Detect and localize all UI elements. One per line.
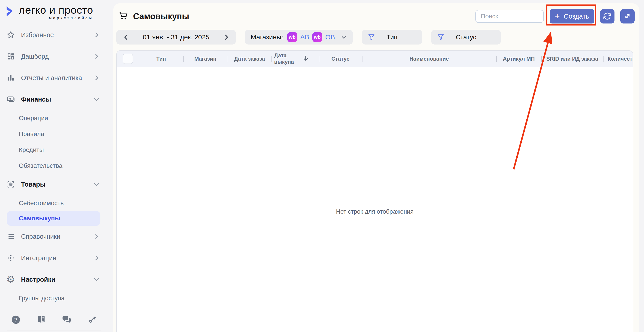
sidebar-item-directories[interactable]: Справочники (0, 226, 108, 247)
sidebar-subitem-label: Себестоимость (19, 200, 64, 207)
create-button[interactable]: + Создать (550, 9, 594, 24)
shop-code: АВ (300, 33, 309, 41)
docs-button[interactable] (36, 314, 46, 325)
sidebar-item-label: Справочники (21, 233, 60, 240)
search-input[interactable] (476, 10, 544, 23)
main-panel: Самовыкупы + Создать (113, 3, 639, 332)
sidebar-item-credits[interactable]: Кредиты (0, 142, 108, 158)
sidebar-item-finance[interactable]: Финансы (0, 89, 108, 110)
chevron-right-icon (93, 233, 100, 240)
status-filter[interactable]: Статус (431, 30, 501, 45)
bar-chart-icon (6, 73, 15, 82)
sidebar-subitem-label: Операции (19, 115, 48, 122)
funnel-icon (437, 33, 444, 41)
sidebar-menu: Избранное Дашборд Отчеты и аналитика (0, 24, 108, 332)
shops-filter-label: Магазины: (251, 33, 283, 41)
column-header-status[interactable]: Статус (319, 51, 362, 67)
cart-icon (119, 11, 128, 22)
column-header-article[interactable]: Артикул МП (496, 51, 541, 67)
refresh-button[interactable] (600, 9, 614, 24)
chevron-right-icon (93, 75, 100, 81)
chevron-right-icon (93, 32, 100, 38)
wb-marketplace-badge: wb (287, 32, 297, 42)
chevron-left-icon[interactable] (121, 32, 131, 42)
sidebar-item-rules[interactable]: Правила (0, 126, 108, 142)
date-range-picker[interactable]: 01 янв. - 31 дек. 2025 (116, 30, 236, 45)
filter-bar: 01 янв. - 31 дек. 2025 Магазины: wb АВ w… (116, 30, 639, 45)
app-logo[interactable]: легко и просто маркетплейсы (0, 0, 108, 24)
list-icon (6, 232, 15, 241)
sidebar-subitem-label: Правила (19, 130, 44, 138)
column-header-label: Дата выкупа (274, 52, 299, 65)
sidebar-subitem-label: Обязательства (19, 162, 62, 169)
sidebar: легко и просто маркетплейсы Избранное Да… (0, 0, 108, 332)
sidebar-item-label: Настройки (21, 276, 55, 283)
shops-filter[interactable]: Магазины: wb АВ wb ОВ (245, 30, 353, 45)
sidebar-item-cost-price[interactable]: Себестоимость (0, 195, 108, 211)
table-body: Нет строк для отображения (117, 67, 633, 332)
chevron-right-icon (93, 255, 100, 261)
page-title: Самовыкупы (133, 12, 189, 21)
sidebar-item-label: Товары (21, 181, 46, 188)
column-header-order-date[interactable]: Дата заказа (228, 51, 272, 67)
chevron-down-icon (340, 34, 347, 41)
type-filter[interactable]: Тип (362, 30, 422, 45)
box-icon (6, 180, 15, 189)
app-root: легко и просто маркетплейсы Избранное Да… (0, 0, 644, 332)
column-header-buyout-date[interactable]: Дата выкупа (272, 51, 319, 67)
logo-text-main: легко и просто (19, 5, 93, 16)
dashboard-icon (6, 52, 15, 61)
sidebar-item-favorites[interactable]: Избранное (0, 24, 108, 46)
sidebar-item-reports[interactable]: Отчеты и аналитика (0, 67, 108, 89)
expand-button[interactable] (620, 9, 634, 24)
sidebar-item-integrations[interactable]: Интеграции (0, 247, 108, 269)
chevron-right-icon[interactable] (221, 32, 232, 42)
refresh-icon (603, 12, 612, 21)
empty-state-text: Нет строк для отображения (117, 208, 633, 215)
chevron-down-icon (93, 96, 100, 103)
sidebar-item-dashboard[interactable]: Дашборд (0, 46, 108, 67)
column-header-shop[interactable]: Магазин (183, 51, 228, 67)
plus-icon: + (555, 12, 560, 20)
sort-desc-icon (302, 55, 309, 63)
api-keys-button[interactable] (87, 314, 97, 325)
sidebar-subitem-label: Самовыкупы (19, 215, 60, 222)
sidebar-item-liabilities[interactable]: Обязательства (0, 158, 108, 174)
help-button[interactable]: ? (11, 314, 21, 325)
money-icon (6, 95, 15, 104)
data-table: Тип Магазин Дата заказа Дата выкупа Стат… (116, 50, 633, 332)
logo-text-sub: маркетплейсы (19, 16, 93, 20)
sidebar-item-settings[interactable]: ⚙ Настройки (0, 269, 108, 290)
sidebar-item-operations[interactable]: Операции (0, 110, 108, 126)
chevron-down-icon (93, 276, 100, 283)
sidebar-item-label: Дашборд (21, 53, 49, 60)
topbar: Самовыкупы + Создать (113, 3, 639, 24)
sidebar-item-samovykupy[interactable]: Самовыкупы (7, 211, 100, 226)
sidebar-subitem-label: Кредиты (19, 146, 44, 153)
funnel-icon (368, 33, 375, 41)
expand-icon (624, 12, 632, 21)
select-all-checkbox[interactable] (123, 54, 133, 64)
column-header-type[interactable]: Тип (139, 51, 183, 67)
type-filter-label: Тип (386, 34, 397, 41)
sidebar-item-access-groups[interactable]: Группы доступа (0, 290, 108, 306)
date-range-value: 01 янв. - 31 дек. 2025 (131, 33, 221, 41)
sidebar-item-label: Финансы (21, 96, 51, 103)
status-filter-label: Статус (456, 34, 476, 41)
select-all-cell (117, 51, 139, 67)
shop-code: ОВ (325, 33, 335, 41)
svg-text:?: ? (14, 316, 18, 322)
sidebar-subitem-label: Группы доступа (19, 295, 64, 302)
sidebar-item-label: Отчеты и аналитика (21, 74, 82, 82)
wb-marketplace-badge: wb (312, 32, 322, 42)
create-button-label: Создать (564, 13, 589, 20)
sidebar-item-products[interactable]: Товары (0, 174, 108, 195)
column-header-srid[interactable]: SRID или ИД заказа (541, 51, 603, 67)
sidebar-item-label: Интеграции (21, 254, 56, 262)
column-header-name[interactable]: Наименование (362, 51, 496, 67)
sidebar-item-label: Избранное (21, 31, 54, 39)
column-header-quantity[interactable]: Количество (603, 51, 633, 67)
chat-button[interactable] (62, 314, 72, 325)
sidebar-footer: ? (0, 310, 108, 332)
integrations-icon (6, 253, 15, 262)
